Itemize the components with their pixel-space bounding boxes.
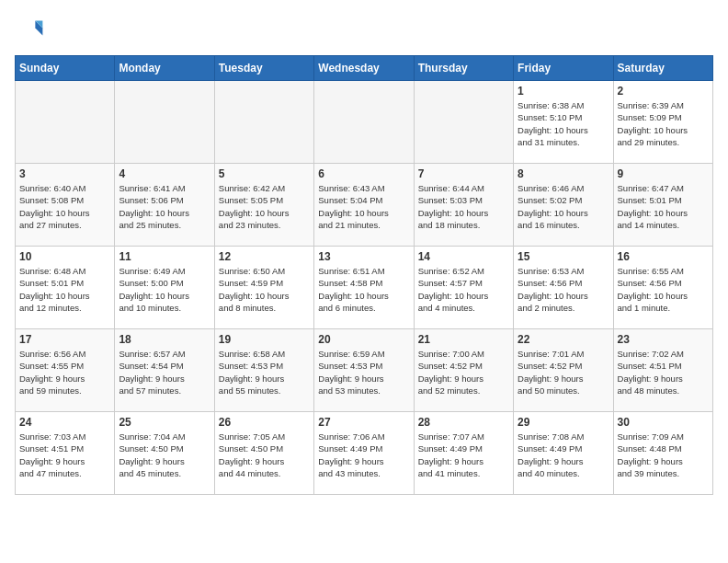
day-number: 30 (618, 416, 709, 429)
calendar-cell: 14Sunrise: 6:52 AM Sunset: 4:57 PM Dayli… (414, 247, 513, 329)
day-info: Sunrise: 6:40 AM Sunset: 5:08 PM Dayligh… (19, 182, 110, 231)
day-number: 22 (518, 333, 609, 346)
day-number: 20 (318, 333, 409, 346)
day-number: 24 (19, 416, 110, 429)
day-info: Sunrise: 7:01 AM Sunset: 4:52 PM Dayligh… (518, 348, 609, 396)
day-info: Sunrise: 6:58 AM Sunset: 4:53 PM Dayligh… (219, 348, 310, 396)
day-info: Sunrise: 6:57 AM Sunset: 4:54 PM Dayligh… (119, 348, 210, 396)
calendar-cell: 28Sunrise: 7:07 AM Sunset: 4:49 PM Dayli… (414, 412, 513, 495)
day-info: Sunrise: 6:48 AM Sunset: 5:01 PM Dayligh… (19, 265, 110, 314)
calendar-table: SundayMondayTuesdayWednesdayThursdayFrid… (15, 55, 713, 495)
day-info: Sunrise: 6:46 AM Sunset: 5:02 PM Dayligh… (518, 182, 609, 231)
day-number: 28 (418, 416, 509, 429)
day-info: Sunrise: 7:00 AM Sunset: 4:52 PM Dayligh… (418, 348, 509, 396)
calendar-cell: 24Sunrise: 7:03 AM Sunset: 4:51 PM Dayli… (16, 412, 115, 495)
calendar-cell (115, 81, 214, 164)
calendar-cell: 3Sunrise: 6:40 AM Sunset: 5:08 PM Daylig… (16, 164, 115, 247)
day-number: 4 (119, 167, 210, 180)
day-number: 7 (418, 167, 509, 180)
calendar-cell: 10Sunrise: 6:48 AM Sunset: 5:01 PM Dayli… (16, 247, 115, 329)
calendar-cell: 18Sunrise: 6:57 AM Sunset: 4:54 PM Dayli… (115, 329, 214, 412)
calendar-cell: 17Sunrise: 6:56 AM Sunset: 4:55 PM Dayli… (16, 329, 115, 412)
calendar-header-thursday: Thursday (414, 56, 513, 81)
day-number: 25 (119, 416, 210, 429)
calendar-cell: 15Sunrise: 6:53 AM Sunset: 4:56 PM Dayli… (514, 247, 613, 329)
day-number: 21 (418, 333, 509, 346)
day-number: 12 (219, 250, 310, 263)
day-info: Sunrise: 6:52 AM Sunset: 4:57 PM Dayligh… (418, 265, 509, 314)
day-info: Sunrise: 7:03 AM Sunset: 4:51 PM Dayligh… (19, 431, 110, 479)
day-info: Sunrise: 6:42 AM Sunset: 5:05 PM Dayligh… (219, 182, 310, 231)
header (15, 15, 713, 44)
calendar-header-saturday: Saturday (613, 56, 712, 81)
day-number: 29 (518, 416, 609, 429)
day-info: Sunrise: 6:47 AM Sunset: 5:01 PM Dayligh… (618, 182, 709, 231)
calendar-cell: 11Sunrise: 6:49 AM Sunset: 5:00 PM Dayli… (115, 247, 214, 329)
day-number: 16 (618, 250, 709, 263)
day-number: 18 (119, 333, 210, 346)
day-number: 3 (19, 167, 110, 180)
day-number: 27 (318, 416, 409, 429)
day-number: 14 (418, 250, 509, 263)
day-number: 19 (219, 333, 310, 346)
calendar-cell (414, 81, 513, 164)
calendar-week-4: 17Sunrise: 6:56 AM Sunset: 4:55 PM Dayli… (16, 329, 713, 412)
calendar-cell (16, 81, 115, 164)
calendar-cell (314, 81, 414, 164)
calendar-week-5: 24Sunrise: 7:03 AM Sunset: 4:51 PM Dayli… (16, 412, 713, 495)
logo-icon (15, 15, 44, 44)
calendar-cell: 8Sunrise: 6:46 AM Sunset: 5:02 PM Daylig… (514, 164, 613, 247)
day-info: Sunrise: 6:50 AM Sunset: 4:59 PM Dayligh… (219, 265, 310, 314)
day-number: 11 (119, 250, 210, 263)
day-number: 5 (219, 167, 310, 180)
logo (15, 15, 48, 44)
day-number: 2 (618, 85, 709, 98)
day-number: 17 (19, 333, 110, 346)
calendar-cell: 6Sunrise: 6:43 AM Sunset: 5:04 PM Daylig… (314, 164, 414, 247)
day-info: Sunrise: 7:04 AM Sunset: 4:50 PM Dayligh… (119, 431, 210, 479)
calendar-week-2: 3Sunrise: 6:40 AM Sunset: 5:08 PM Daylig… (16, 164, 713, 247)
day-number: 9 (618, 167, 709, 180)
day-info: Sunrise: 7:02 AM Sunset: 4:51 PM Dayligh… (618, 348, 709, 396)
calendar-cell: 7Sunrise: 6:44 AM Sunset: 5:03 PM Daylig… (414, 164, 513, 247)
day-info: Sunrise: 6:43 AM Sunset: 5:04 PM Dayligh… (318, 182, 409, 231)
calendar-cell: 21Sunrise: 7:00 AM Sunset: 4:52 PM Dayli… (414, 329, 513, 412)
calendar-cell: 22Sunrise: 7:01 AM Sunset: 4:52 PM Dayli… (514, 329, 613, 412)
day-number: 23 (618, 333, 709, 346)
calendar-header-sunday: Sunday (16, 56, 115, 81)
day-info: Sunrise: 7:07 AM Sunset: 4:49 PM Dayligh… (418, 431, 509, 479)
day-number: 10 (19, 250, 110, 263)
calendar-cell: 20Sunrise: 6:59 AM Sunset: 4:53 PM Dayli… (314, 329, 414, 412)
day-info: Sunrise: 6:53 AM Sunset: 4:56 PM Dayligh… (518, 265, 609, 314)
calendar-cell: 30Sunrise: 7:09 AM Sunset: 4:48 PM Dayli… (613, 412, 712, 495)
calendar-cell: 26Sunrise: 7:05 AM Sunset: 4:50 PM Dayli… (214, 412, 313, 495)
calendar-header-wednesday: Wednesday (314, 56, 414, 81)
day-number: 26 (219, 416, 310, 429)
calendar-cell: 13Sunrise: 6:51 AM Sunset: 4:58 PM Dayli… (314, 247, 414, 329)
day-info: Sunrise: 6:55 AM Sunset: 4:56 PM Dayligh… (618, 265, 709, 314)
calendar-cell: 27Sunrise: 7:06 AM Sunset: 4:49 PM Dayli… (314, 412, 414, 495)
calendar-header-tuesday: Tuesday (214, 56, 313, 81)
calendar-header-monday: Monday (115, 56, 214, 81)
calendar-week-3: 10Sunrise: 6:48 AM Sunset: 5:01 PM Dayli… (16, 247, 713, 329)
calendar-cell: 16Sunrise: 6:55 AM Sunset: 4:56 PM Dayli… (613, 247, 712, 329)
calendar-cell: 4Sunrise: 6:41 AM Sunset: 5:06 PM Daylig… (115, 164, 214, 247)
day-info: Sunrise: 6:41 AM Sunset: 5:06 PM Dayligh… (119, 182, 210, 231)
calendar-cell: 29Sunrise: 7:08 AM Sunset: 4:49 PM Dayli… (514, 412, 613, 495)
calendar-cell: 19Sunrise: 6:58 AM Sunset: 4:53 PM Dayli… (214, 329, 313, 412)
calendar-cell: 9Sunrise: 6:47 AM Sunset: 5:01 PM Daylig… (613, 164, 712, 247)
day-info: Sunrise: 7:08 AM Sunset: 4:49 PM Dayligh… (518, 431, 609, 479)
day-number: 8 (518, 167, 609, 180)
day-info: Sunrise: 6:59 AM Sunset: 4:53 PM Dayligh… (318, 348, 409, 396)
calendar-cell: 12Sunrise: 6:50 AM Sunset: 4:59 PM Dayli… (214, 247, 313, 329)
calendar-cell: 25Sunrise: 7:04 AM Sunset: 4:50 PM Dayli… (115, 412, 214, 495)
day-info: Sunrise: 6:56 AM Sunset: 4:55 PM Dayligh… (19, 348, 110, 396)
calendar-cell (214, 81, 313, 164)
day-info: Sunrise: 6:39 AM Sunset: 5:09 PM Dayligh… (618, 99, 709, 148)
day-number: 13 (318, 250, 409, 263)
calendar-header-friday: Friday (514, 56, 613, 81)
day-info: Sunrise: 6:51 AM Sunset: 4:58 PM Dayligh… (318, 265, 409, 314)
calendar-cell: 2Sunrise: 6:39 AM Sunset: 5:09 PM Daylig… (613, 81, 712, 164)
day-number: 1 (518, 85, 609, 98)
day-number: 15 (518, 250, 609, 263)
